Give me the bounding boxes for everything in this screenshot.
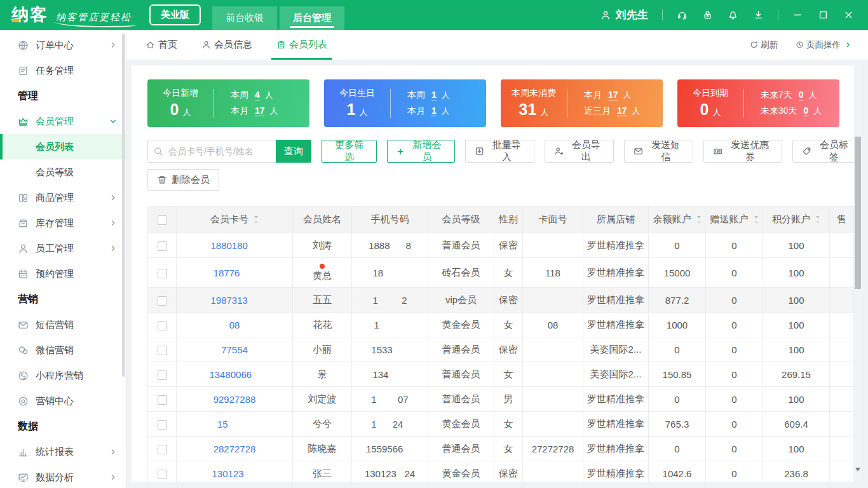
sidebar-item-stats-report[interactable]: 统计报表 [0, 439, 126, 464]
scrollbar-thumb[interactable] [855, 137, 861, 289]
member-card-link[interactable]: 08 [229, 320, 240, 330]
search-input[interactable] [147, 140, 276, 163]
search-button[interactable]: 查询 [276, 140, 311, 163]
member-tag-button[interactable]: 会员标签 [792, 140, 862, 163]
lock-icon[interactable] [702, 10, 713, 20]
stat-value-link[interactable]: 1 [431, 90, 437, 100]
row-checkbox[interactable] [158, 321, 167, 330]
column-header-card[interactable]: 会员卡号 [177, 207, 293, 233]
more-filter-button[interactable]: 更多筛选 [322, 140, 377, 163]
download-icon[interactable] [753, 10, 764, 20]
tab-member-info[interactable]: 会员信息 [201, 30, 252, 60]
tab-member-list[interactable]: 会员列表 [276, 30, 327, 60]
user-menu[interactable]: 刘先生 [600, 8, 648, 22]
sidebar-item-product-management[interactable]: 商品管理 [0, 185, 126, 210]
member-card-link[interactable]: 130123 [212, 468, 257, 479]
send-coupon-button[interactable]: 发送优惠券 [703, 140, 782, 163]
column-header-balance[interactable]: 余额账户 [649, 207, 706, 233]
send-sms-button[interactable]: 发送短信 [624, 140, 693, 163]
member-card-link[interactable]: 77554 [221, 344, 248, 355]
stat-card-new-today: 今日新增 0人 本周4人 本月17人 [147, 79, 309, 127]
stat-value-link[interactable]: 1 [431, 105, 437, 116]
action-refresh[interactable]: 刷新 [750, 39, 778, 51]
row-checkbox[interactable] [158, 296, 167, 306]
sort-icon[interactable] [754, 215, 759, 224]
member-card-link[interactable]: 92927288 [214, 394, 256, 405]
row-checkbox[interactable] [158, 420, 167, 430]
bell-icon[interactable] [728, 10, 738, 20]
member-card-link[interactable]: 18776 [214, 268, 256, 278]
sidebar-item-member-list[interactable]: 会员列表 [0, 134, 126, 159]
edition-button[interactable]: 美业版 [149, 4, 201, 25]
table-row[interactable]: 15 兮兮 1 24 黄金会员 女 罗世精准推拿 765.3 0 609.4 [148, 412, 854, 437]
member-card-link[interactable]: 1880180 [210, 240, 258, 251]
cell-card: 15 [177, 412, 293, 437]
table-row[interactable]: 92927288 刘定波 1 07 普通会员 男 罗世精准推拿 0 0 100 [148, 387, 854, 412]
table-row[interactable]: 08 花花 1 黄金会员 女 08 罗世精准推拿 1000 0 100 [148, 313, 854, 337]
member-card-link[interactable]: 15 [217, 419, 252, 430]
stat-value-link[interactable]: 17 [617, 105, 627, 116]
vertical-scrollbar[interactable] [854, 65, 862, 482]
cell-face: 118 [523, 258, 583, 288]
sidebar-scrollbar-thumb[interactable] [122, 34, 125, 377]
sort-icon[interactable] [696, 215, 702, 224]
table-row[interactable]: 77554 小丽 1533 普通会员 保密 美姿国际2... 0 0 100 [148, 337, 854, 362]
header-tab-backend-management[interactable]: 后台管理 [280, 6, 344, 30]
sidebar-item-task-management[interactable]: 任务管理 [0, 58, 126, 83]
column-header-gift[interactable]: 赠送账户 [706, 207, 763, 233]
sidebar-item-staff-management[interactable]: 员工管理 [0, 236, 126, 261]
sort-icon[interactable] [815, 215, 820, 224]
column-header-points[interactable]: 积分账户 [763, 207, 830, 233]
sidebar-item-miniapp-marketing[interactable]: 小程序营销 [0, 363, 126, 388]
max-icon[interactable] [818, 10, 829, 20]
min-icon[interactable] [792, 10, 803, 20]
sidebar-item-data-analysis[interactable]: 数据分析 [0, 464, 126, 488]
row-checkbox[interactable] [158, 445, 167, 454]
sort-icon[interactable] [254, 215, 259, 224]
member-card-link[interactable]: 28272728 [214, 444, 256, 454]
table-row[interactable]: 130123 张三 130123 24 黄金会员 保密 罗世精准推拿 1042.… [148, 461, 854, 482]
member-export-button[interactable]: 会员导出 [545, 140, 614, 163]
refresh-icon [750, 41, 758, 49]
table-row[interactable]: 1987313 五五 1 2 vip会员 保密 罗世精准推拿 877.2 0 1… [148, 288, 854, 313]
member-card-link[interactable]: 1987313 [210, 295, 258, 306]
stat-value-link[interactable]: 0 [799, 90, 804, 100]
row-checkbox[interactable] [158, 346, 167, 355]
row-checkbox[interactable] [158, 269, 167, 278]
stat-value-link[interactable]: 17 [255, 105, 265, 116]
stat-value-link[interactable]: 17 [608, 90, 618, 100]
member-card-link[interactable]: 13480066 [209, 369, 259, 380]
table-row[interactable]: 1880180 刘涛 1888 8 普通会员 保密 罗世精准推拿 0 0 100 [148, 233, 854, 258]
table-row[interactable]: 28272728 陈晓嘉 1559566 普通会员 女 27272728 罗世精… [148, 437, 854, 461]
delete-member-button[interactable]: 删除会员 [147, 169, 219, 191]
batch-import-button[interactable]: 批量导入 [465, 140, 534, 163]
sidebar-item-reservation-management[interactable]: 预约管理 [0, 261, 126, 287]
row-checkbox[interactable] [158, 470, 167, 479]
sidebar-item-wechat-marketing[interactable]: 微信营销 [0, 337, 126, 363]
headset-icon[interactable] [677, 10, 688, 20]
stat-value-link[interactable]: 0 [804, 105, 809, 116]
select-all-checkbox[interactable] [158, 215, 167, 225]
table-row[interactable]: 13480066 景 134 普通会员 女 美姿国际2... 150.85 0 … [148, 362, 854, 387]
add-member-button[interactable]: 新增会员 [387, 140, 454, 163]
cell-level: 黄金会员 [428, 412, 494, 437]
sidebar-item-order-center[interactable]: 订单中心 [0, 32, 126, 58]
row-checkbox[interactable] [158, 241, 167, 251]
sidebar-item-member-level[interactable]: 会员等级 [0, 159, 126, 185]
table-row[interactable]: 18776 黄总 18 砖石会员 女 118 罗世精准推拿 15000 0 10… [148, 258, 854, 288]
stat-value-link[interactable]: 4 [255, 90, 260, 100]
tab-home[interactable]: 首页 [146, 30, 177, 60]
header-tab-front-cashier[interactable]: 前台收银 [212, 6, 277, 30]
action-page-actions[interactable]: 页面操作 [796, 39, 851, 51]
scrollbar-down-arrow[interactable] [855, 468, 860, 471]
row-checkbox[interactable] [158, 370, 167, 380]
row-checkbox[interactable] [158, 395, 167, 405]
sidebar-item-marketing-center[interactable]: 营销中心 [0, 388, 126, 414]
sidebar-item-member-management[interactable]: 会员管理 [0, 109, 126, 134]
cell-points: 100 [763, 233, 830, 258]
close-icon[interactable] [843, 10, 854, 20]
cell-after [830, 258, 854, 288]
cell-balance: 0 [649, 437, 706, 461]
sidebar-item-inventory-management[interactable]: 库存管理 [0, 210, 126, 236]
sidebar-item-sms-marketing[interactable]: 短信营销 [0, 312, 126, 337]
